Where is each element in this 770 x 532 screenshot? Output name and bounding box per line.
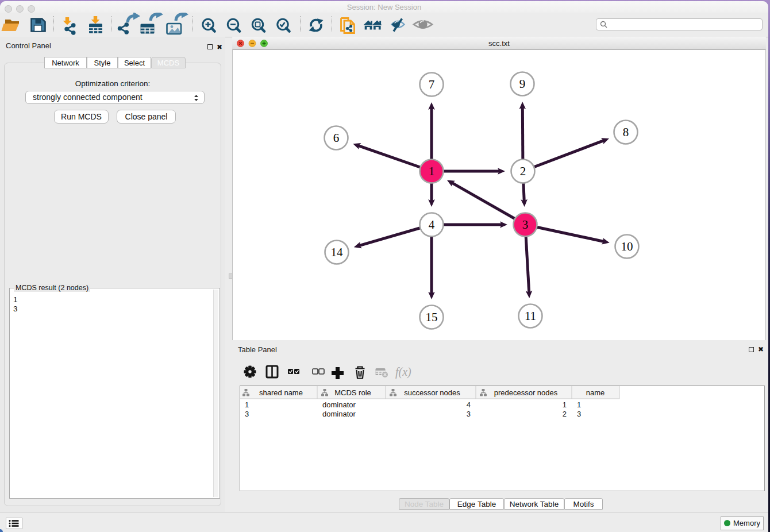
svg-text:predecessor nodes: predecessor nodes xyxy=(494,388,558,397)
svg-text:3: 3 xyxy=(522,218,529,232)
svg-text:4: 4 xyxy=(429,218,435,232)
svg-text:15: 15 xyxy=(426,310,438,324)
svg-text:2: 2 xyxy=(520,164,526,178)
svg-text:1: 1 xyxy=(577,400,581,409)
svg-text:shared name: shared name xyxy=(259,388,303,397)
svg-text:10: 10 xyxy=(621,240,633,253)
svg-text:8: 8 xyxy=(623,125,629,139)
svg-text:7: 7 xyxy=(429,78,435,91)
svg-text:dominator: dominator xyxy=(322,410,356,418)
svg-text:3: 3 xyxy=(245,410,249,418)
svg-text:1: 1 xyxy=(429,164,435,178)
svg-text:1: 1 xyxy=(245,400,249,409)
svg-text:MCDS role: MCDS role xyxy=(334,388,371,397)
svg-text:2: 2 xyxy=(563,410,567,418)
svg-text:3: 3 xyxy=(467,410,471,418)
svg-text:14: 14 xyxy=(331,245,344,259)
svg-text:4: 4 xyxy=(467,400,471,409)
svg-text:dominator: dominator xyxy=(322,400,356,409)
svg-text:9: 9 xyxy=(519,77,526,91)
svg-text:1: 1 xyxy=(563,400,567,409)
svg-text:successor nodes: successor nodes xyxy=(404,388,460,397)
svg-text:name: name xyxy=(586,388,605,397)
svg-text:6: 6 xyxy=(333,131,340,145)
svg-text:11: 11 xyxy=(525,309,536,323)
svg-text:f(x): f(x) xyxy=(395,365,411,379)
svg-text:3: 3 xyxy=(577,410,581,418)
